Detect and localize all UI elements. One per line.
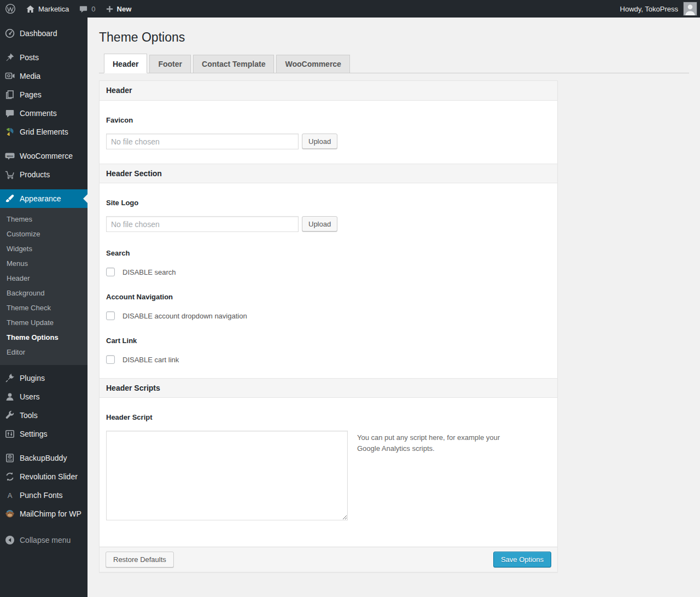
- disable-cart-link-checkbox[interactable]: [106, 355, 115, 364]
- collapse-menu-button[interactable]: Collapse menu: [0, 531, 88, 549]
- account-menu[interactable]: Howdy, TokoPress: [615, 0, 679, 18]
- plus-icon: [106, 5, 114, 13]
- sidebar-label: Appearance: [20, 194, 61, 203]
- cart-icon: [4, 169, 15, 180]
- site-logo-upload-button[interactable]: Upload: [302, 216, 337, 231]
- save-options-button[interactable]: Save Options: [493, 552, 551, 567]
- main-content: Theme Options HeaderFooterContact Templa…: [88, 18, 700, 597]
- submenu-item-themes[interactable]: Themes: [0, 212, 88, 227]
- sidebar-item-posts[interactable]: Posts: [0, 48, 88, 67]
- disable-cart-link-text: DISABLE cart link: [122, 356, 179, 364]
- tab-woocommerce[interactable]: WooCommerce: [276, 55, 349, 73]
- sidebar-item-plugins[interactable]: Plugins: [0, 369, 88, 387]
- site-logo-file-input[interactable]: [106, 216, 299, 232]
- wrench-icon: [4, 410, 15, 421]
- appearance-submenu: Themes Customize Widgets Menus Header Ba…: [0, 208, 88, 365]
- tab-contact-template[interactable]: Contact Template: [193, 55, 274, 73]
- sidebar-label: Dashboard: [20, 29, 57, 38]
- monkey-icon: [4, 508, 15, 519]
- svg-text:A: A: [8, 491, 13, 500]
- header-script-textarea[interactable]: [106, 431, 348, 520]
- section-header-header: Header: [100, 81, 557, 101]
- tab-bar: HeaderFooterContact TemplateWooCommerce: [99, 54, 689, 73]
- sidebar-label: WooCommerce: [20, 152, 73, 160]
- section-body-header: Favicon Upload: [100, 116, 557, 164]
- favicon-file-input[interactable]: [106, 134, 299, 149]
- sidebar-item-pages[interactable]: Pages: [0, 85, 88, 104]
- section-header-header-scripts: Header Scripts: [100, 378, 557, 398]
- wordpress-logo-menu[interactable]: [0, 0, 21, 18]
- sidebar-label: Users: [20, 392, 40, 401]
- sidebar-label: MailChimp for WP: [20, 509, 81, 518]
- new-content-menu[interactable]: New: [101, 0, 137, 18]
- site-menu[interactable]: Marketica: [21, 0, 74, 18]
- sidebar-item-products[interactable]: Products: [0, 165, 88, 184]
- dashboard-icon: [4, 28, 15, 39]
- wordpress-logo-icon: [5, 3, 16, 14]
- submenu-item-header[interactable]: Header: [0, 271, 88, 286]
- sidebar-item-revolution-slider[interactable]: Revolution Slider: [0, 467, 88, 486]
- collapse-arrow-icon: [4, 535, 15, 546]
- sidebar-label: BackupBuddy: [20, 454, 67, 462]
- sidebar-label: Revolution Slider: [20, 472, 78, 481]
- woo-badge-icon: woo: [4, 150, 15, 161]
- header-script-label: Header Script: [106, 413, 551, 421]
- sidebar-label: Posts: [20, 53, 39, 62]
- submenu-item-customize[interactable]: Customize: [0, 227, 88, 241]
- submenu-item-theme-options[interactable]: Theme Options: [0, 330, 88, 345]
- home-icon: [26, 4, 35, 14]
- sidebar-item-mailchimp[interactable]: MailChimp for WP: [0, 505, 88, 523]
- sidebar-item-woocommerce[interactable]: woo WooCommerce: [0, 147, 88, 165]
- sidebar-item-punch-fonts[interactable]: A Punch Fonts: [0, 486, 88, 505]
- sidebar-label: Plugins: [20, 374, 45, 382]
- sidebar-item-comments[interactable]: Comments: [0, 104, 88, 123]
- sidebar-label: Tools: [20, 411, 38, 420]
- sidebar-item-media[interactable]: Media: [0, 67, 88, 85]
- favicon-upload-button[interactable]: Upload: [302, 134, 337, 149]
- sliders-icon: [4, 428, 15, 439]
- account-navigation-label: Account Navigation: [106, 293, 551, 301]
- cart-link-label: Cart Link: [106, 337, 551, 345]
- pushpin-icon: [4, 52, 15, 63]
- comments-menu[interactable]: 0: [74, 0, 100, 18]
- sidebar-item-grid-elements[interactable]: Grid Elements: [0, 123, 88, 141]
- tab-footer[interactable]: Footer: [149, 55, 191, 73]
- submenu-item-theme-check[interactable]: Theme Check: [0, 300, 88, 315]
- collapse-label: Collapse menu: [20, 536, 71, 544]
- restore-defaults-button[interactable]: Restore Defaults: [106, 552, 174, 567]
- pages-icon: [4, 89, 15, 100]
- svg-text:woo: woo: [6, 154, 13, 158]
- backup-drive-icon: [4, 453, 15, 463]
- sidebar-item-dashboard[interactable]: Dashboard: [0, 24, 88, 43]
- submenu-item-background[interactable]: Background: [0, 286, 88, 300]
- page-title: Theme Options: [99, 18, 689, 45]
- admin-sidebar: Dashboard Posts Media Pages Comments Gri…: [0, 18, 88, 597]
- sidebar-label: Products: [20, 170, 50, 179]
- sidebar-item-appearance[interactable]: Appearance: [0, 189, 88, 208]
- sidebar-label: Grid Elements: [20, 127, 68, 136]
- submenu-item-menus[interactable]: Menus: [0, 256, 88, 271]
- sidebar-item-users[interactable]: Users: [0, 387, 88, 406]
- new-label: New: [117, 5, 132, 13]
- disable-account-nav-checkbox[interactable]: [106, 311, 115, 320]
- sidebar-label: Comments: [20, 109, 57, 118]
- theme-options-panel: Header Favicon Upload Header Section Sit…: [99, 80, 558, 572]
- sidebar-label: Media: [20, 72, 40, 80]
- comment-bubble-icon: [4, 108, 15, 119]
- sidebar-item-tools[interactable]: Tools: [0, 406, 88, 425]
- howdy-text: Howdy, TokoPress: [620, 5, 678, 13]
- avatar[interactable]: [683, 2, 697, 16]
- tab-header[interactable]: Header: [104, 54, 147, 73]
- brush-icon: [4, 193, 15, 204]
- submenu-item-editor[interactable]: Editor: [0, 345, 88, 360]
- disable-search-checkbox[interactable]: [106, 268, 115, 276]
- disable-account-nav-text: DISABLE account dropdown navigation: [122, 312, 247, 320]
- sidebar-label: Pages: [20, 90, 42, 99]
- site-name: Marketica: [38, 5, 69, 13]
- panel-footer: Restore Defaults Save Options: [100, 547, 557, 572]
- letter-a-icon: A: [4, 490, 15, 501]
- submenu-item-theme-update[interactable]: Theme Update: [0, 315, 88, 330]
- sidebar-item-settings[interactable]: Settings: [0, 425, 88, 443]
- sidebar-item-backupbuddy[interactable]: BackupBuddy: [0, 449, 88, 467]
- submenu-item-widgets[interactable]: Widgets: [0, 241, 88, 256]
